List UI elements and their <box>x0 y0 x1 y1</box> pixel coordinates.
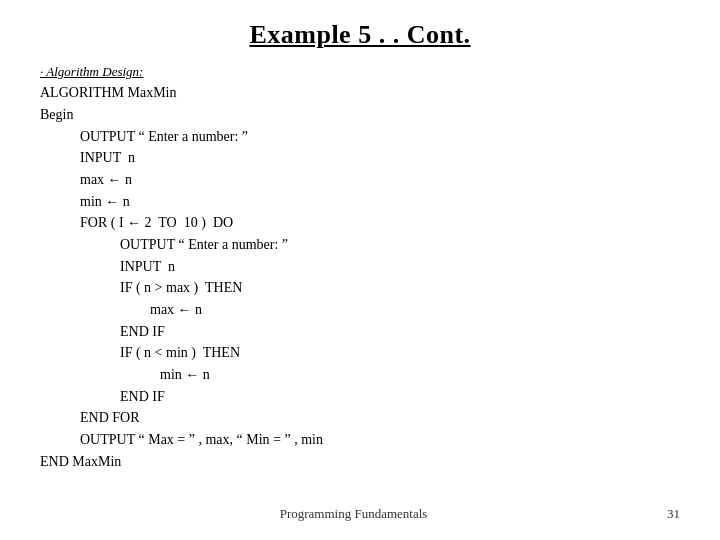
code-line-2: Begin <box>40 104 680 126</box>
code-line-1: ALGORITHM MaxMin <box>40 82 680 104</box>
code-line-4: INPUT n <box>40 147 680 169</box>
code-line-6: min ← n <box>40 191 680 213</box>
code-line-7: FOR ( I ← 2 TO 10 ) DO <box>40 212 680 234</box>
code-line-3: OUTPUT “ Enter a number: ” <box>40 126 680 148</box>
code-line-18: END MaxMin <box>40 451 680 473</box>
code-line-5: max ← n <box>40 169 680 191</box>
page-title: Example 5 . . Cont. <box>40 20 680 50</box>
code-line-11: max ← n <box>40 299 680 321</box>
code-line-15: END IF <box>40 386 680 408</box>
footer: Programming Fundamentals 31 <box>0 506 720 522</box>
code-line-16: END FOR <box>40 407 680 429</box>
footer-page: 31 <box>667 506 680 522</box>
code-line-10: IF ( n > max ) THEN <box>40 277 680 299</box>
code-line-14: min ← n <box>40 364 680 386</box>
code-line-8: OUTPUT “ Enter a number: ” <box>40 234 680 256</box>
code-block: ALGORITHM MaxMin Begin OUTPUT “ Enter a … <box>40 82 680 472</box>
content-area: · Algorithm Design: ALGORITHM MaxMin Beg… <box>40 62 680 473</box>
footer-center: Programming Fundamentals <box>280 506 428 522</box>
code-line-9: INPUT n <box>40 256 680 278</box>
code-line-12: END IF <box>40 321 680 343</box>
code-line-17: OUTPUT “ Max = ” , max, “ Min = ” , min <box>40 429 680 451</box>
section-label: · Algorithm Design: <box>40 62 680 82</box>
code-line-13: IF ( n < min ) THEN <box>40 342 680 364</box>
page: Example 5 . . Cont. · Algorithm Design: … <box>0 0 720 540</box>
